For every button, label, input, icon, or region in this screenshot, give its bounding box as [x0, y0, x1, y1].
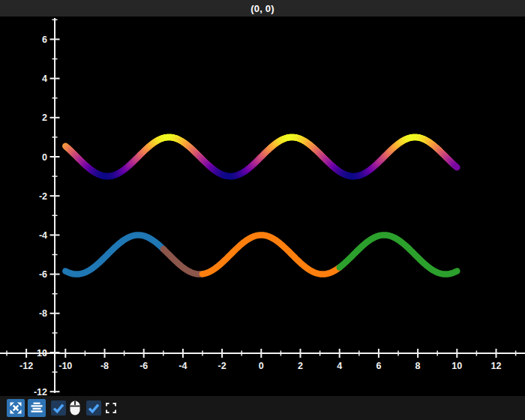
x-tick-label: 2 [298, 361, 303, 371]
series-sin-segment [456, 166, 457, 167]
series-cos-segment [202, 235, 340, 274]
x-tick-label: -10 [58, 361, 72, 371]
x-tick-label: -12 [20, 361, 33, 371]
y-tick-label: -6 [39, 269, 47, 280]
expand-arrows-icon [7, 399, 25, 417]
autorange-checkbox[interactable] [86, 400, 101, 416]
x-tick-label: -4 [178, 361, 187, 371]
y-tick-label: 2 [42, 112, 47, 123]
plot-area[interactable]: -12-10-8-6-4-20246810126420-2-4-6-8-10-1… [0, 16, 525, 396]
x-tick-label: 10 [452, 361, 462, 371]
plot-canvas[interactable]: -12-10-8-6-4-20246810126420-2-4-6-8-10-1… [0, 16, 525, 396]
y-tick-label: -12 [34, 387, 47, 396]
x-tick-label: -8 [100, 361, 109, 371]
y-tick-label: -4 [39, 230, 47, 241]
x-tick-label: 6 [376, 361, 381, 371]
y-tick-label: -8 [39, 308, 47, 319]
fullscreen-icon-label[interactable] [104, 400, 118, 416]
bottom-toolbar [0, 396, 525, 420]
y-tick-label: 0 [42, 152, 47, 163]
y-tick-label: 4 [42, 74, 47, 84]
auto-center-button[interactable] [28, 399, 46, 417]
mouse-icon-label[interactable] [68, 400, 82, 416]
x-tick-label: -2 [218, 361, 226, 371]
series-cos-segment [65, 235, 164, 274]
mouse-icon [68, 400, 82, 416]
pan-button[interactable] [7, 399, 25, 417]
mouse-enabled-checkbox[interactable] [51, 400, 66, 416]
check-icon [86, 400, 101, 416]
x-tick-label: 4 [337, 361, 342, 371]
check-icon [51, 400, 66, 416]
x-tick-label: 8 [416, 361, 421, 371]
x-tick-label: 0 [259, 361, 264, 371]
align-center-icon [28, 399, 46, 417]
x-tick-label: 12 [491, 361, 502, 371]
series-cos-segment [340, 235, 458, 274]
y-tick-label: -10 [34, 348, 47, 358]
x-tick-label: -6 [140, 361, 148, 371]
y-tick-label: 6 [42, 34, 47, 45]
title-bar: (0, 0) [0, 0, 525, 16]
fullscreen-corners-icon [104, 400, 118, 416]
y-tick-label: -2 [39, 191, 47, 202]
series-cos-segment [164, 249, 202, 274]
window-title: (0, 0) [250, 3, 274, 14]
